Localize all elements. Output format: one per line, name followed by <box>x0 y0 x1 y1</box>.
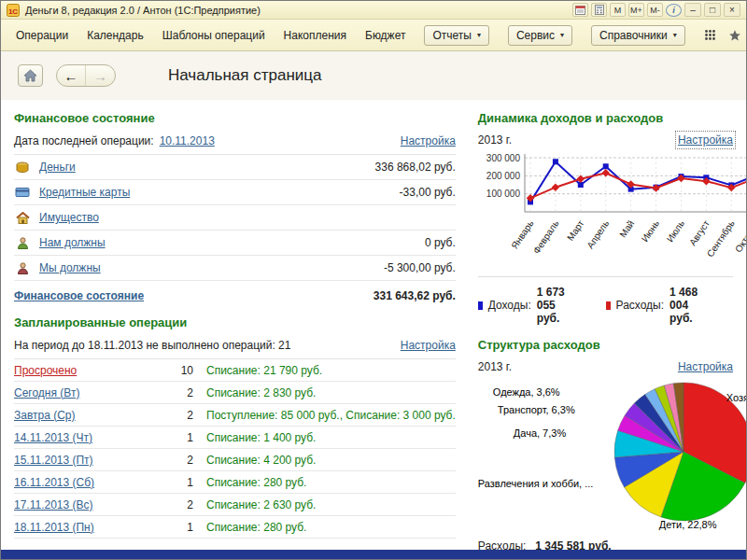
property-link[interactable]: Имущество <box>39 211 99 224</box>
dynamics-year: 2013 г. <box>478 133 512 147</box>
planned-detail: Списание: 280 руб. <box>206 521 306 534</box>
svg-text:Июль: Июль <box>665 218 686 244</box>
back-button[interactable]: ← <box>57 65 86 86</box>
owed-to-us-link[interactable]: Нам должны <box>39 236 106 249</box>
info-button[interactable]: i <box>666 4 682 17</box>
planned-count: 2 <box>152 498 193 511</box>
planned-date-link[interactable]: 16.11.2013 (Сб) <box>14 476 152 489</box>
menu-dropdown-reports-label: Отчеты <box>432 29 471 42</box>
financial-state-panel: Финансовое состояние Дата последней опер… <box>14 111 456 302</box>
planned-row: Просрочено 10 Списание: 21 790 руб. <box>14 359 456 382</box>
favorites-star-icon[interactable] <box>728 29 741 42</box>
minimize-button[interactable]: – <box>684 3 701 17</box>
financial-settings-link[interactable]: Настройка <box>401 134 456 147</box>
credit-cards-link[interactable]: Кредитные карты <box>39 186 130 199</box>
owed-to-us-value: 0 руб. <box>425 236 456 249</box>
menu-bar: Операции Календарь Шаблоны операций Нако… <box>1 20 746 51</box>
income-expense-chart: 100 000200 000300 000ЯнварьФевральМартАп… <box>478 150 733 273</box>
planned-date-link[interactable]: 15.11.2013 (Пт) <box>14 454 152 467</box>
planned-date-link[interactable]: 17.11.2013 (Вс) <box>14 498 152 511</box>
expense-total-label: Расходы: <box>478 539 527 550</box>
planned-operations-title: Запланированные операции <box>14 315 456 329</box>
menu-item-savings[interactable]: Накопления <box>284 29 346 42</box>
financial-total-link[interactable]: Финансовое состояние <box>14 289 144 302</box>
we-owe-value: -5 300,00 руб. <box>384 261 456 274</box>
owed-to-us-person-icon <box>14 237 31 249</box>
planned-date-link[interactable]: 14.11.2013 (Чт) <box>14 431 152 444</box>
right-column: Динамика доходов и расходов 2013 г. Наст… <box>478 102 733 550</box>
menu-item-operations[interactable]: Операции <box>16 29 68 42</box>
money-link[interactable]: Деньги <box>39 161 76 174</box>
planned-detail: Списание: 21 790 руб. <box>206 364 322 377</box>
planned-count: 1 <box>152 431 193 444</box>
chevron-down-icon: ▾ <box>560 31 564 39</box>
dynamics-settings-link[interactable]: Настройка <box>678 133 733 147</box>
menu-dropdown-service[interactable]: Сервис ▾ <box>508 25 572 46</box>
expense-legend-chip <box>606 301 611 310</box>
title-bar: 1С Деньги 8, редакция 2.0 / Антон (1С:Пр… <box>1 1 746 20</box>
money-value: 336 868,02 руб. <box>375 161 456 174</box>
calendar-icon[interactable] <box>572 3 588 17</box>
planned-count: 1 <box>152 521 193 534</box>
planned-date-link[interactable]: Завтра (Ср) <box>14 409 152 422</box>
home-icon <box>23 69 37 82</box>
app-icon: 1С <box>7 4 20 17</box>
menu-dropdown-reports[interactable]: Отчеты ▾ <box>424 25 489 46</box>
home-button[interactable] <box>18 64 43 87</box>
expense-legend-value: 1 468 004 руб. <box>669 286 711 325</box>
planned-count: 1 <box>152 476 193 489</box>
menu-dropdown-directories[interactable]: Справочники ▾ <box>591 25 685 46</box>
planned-date-link[interactable]: 18.11.2013 (Пн) <box>14 521 152 534</box>
svg-text:300 000: 300 000 <box>486 153 521 163</box>
financial-row: Деньги 336 868,02 руб. <box>14 155 456 180</box>
restore-button[interactable]: □ <box>704 3 721 17</box>
planned-settings-link[interactable]: Настройка <box>401 339 456 352</box>
planned-row: 15.11.2013 (Пт) 2 Списание: 4 200 руб. <box>14 449 456 471</box>
dynamics-legend: Доходы: 1 673 055 руб. Расходы: 1 468 00… <box>478 276 733 325</box>
memory-plus-button[interactable]: M+ <box>628 3 644 17</box>
planned-operations-panel: Запланированные операции На период до 18… <box>14 315 456 539</box>
planned-count: 2 <box>152 409 193 422</box>
pie-label-hobby: Развлечения и хобби, ... <box>478 478 594 489</box>
menu-item-calendar[interactable]: Календарь <box>87 29 144 42</box>
last-operation-date-link[interactable]: 10.11.2013 <box>160 134 215 147</box>
expense-settings-link[interactable]: Настройка <box>678 360 733 373</box>
service-icons <box>704 29 747 42</box>
menu-item-templates[interactable]: Шаблоны операций <box>162 29 265 42</box>
pie-label-household: Хозяйство, 32,5% <box>726 392 746 403</box>
planned-detail: Списание: 1 400 руб. <box>206 431 316 444</box>
nav-row: ← → Начальная страница <box>1 51 746 100</box>
last-operation-label: Дата последней операции: <box>14 134 154 147</box>
financial-row: Мы должны -5 300,00 руб. <box>14 256 456 281</box>
svg-text:200 000: 200 000 <box>486 171 521 181</box>
income-legend-value: 1 673 055 руб. <box>537 286 578 325</box>
planned-count: 2 <box>152 386 193 399</box>
close-button[interactable]: × <box>724 3 740 17</box>
credit-card-icon <box>14 187 31 198</box>
calculator-icon[interactable] <box>591 3 607 17</box>
expense-pie-area: Одежда, 3,6% Транспорт, 6,3% Дача, 7,3% … <box>478 379 733 536</box>
apps-grid-icon[interactable] <box>704 29 716 41</box>
planned-count: 10 <box>152 364 193 377</box>
svg-text:100 000: 100 000 <box>486 189 521 199</box>
planned-detail: Списание: 2 630 руб. <box>206 498 316 511</box>
memory-minus-button[interactable]: M- <box>647 3 663 17</box>
we-owe-person-icon <box>14 262 31 274</box>
planned-row: 14.11.2013 (Чт) 1 Списание: 1 400 руб. <box>14 427 456 449</box>
planned-row: 18.11.2013 (Пн) 1 Списание: 280 руб. <box>14 516 456 539</box>
page-title: Начальная страница <box>168 66 322 85</box>
planned-date-link[interactable]: Сегодня (Вт) <box>14 386 152 399</box>
financial-row: Кредитные карты -33,00 руб. <box>14 180 456 205</box>
we-owe-link[interactable]: Мы должны <box>39 261 101 274</box>
titlebar-buttons: M M+ M- i – □ × <box>572 3 740 17</box>
overdue-link[interactable]: Просрочено <box>14 364 152 377</box>
planned-row: Сегодня (Вт) 2 Списание: 2 830 руб. <box>14 382 456 404</box>
expense-structure-year: 2013 г. <box>478 360 512 373</box>
expense-legend-label: Расходы: <box>616 299 665 312</box>
planned-row: 17.11.2013 (Вс) 2 Списание: 2 630 руб. <box>14 494 456 516</box>
history-arrows: ← → <box>56 64 116 87</box>
forward-button[interactable]: → <box>86 65 115 86</box>
memory-button[interactable]: M <box>610 3 626 17</box>
menu-item-budget[interactable]: Бюджет <box>365 29 405 42</box>
dynamics-panel: Динамика доходов и расходов 2013 г. Наст… <box>478 111 733 325</box>
